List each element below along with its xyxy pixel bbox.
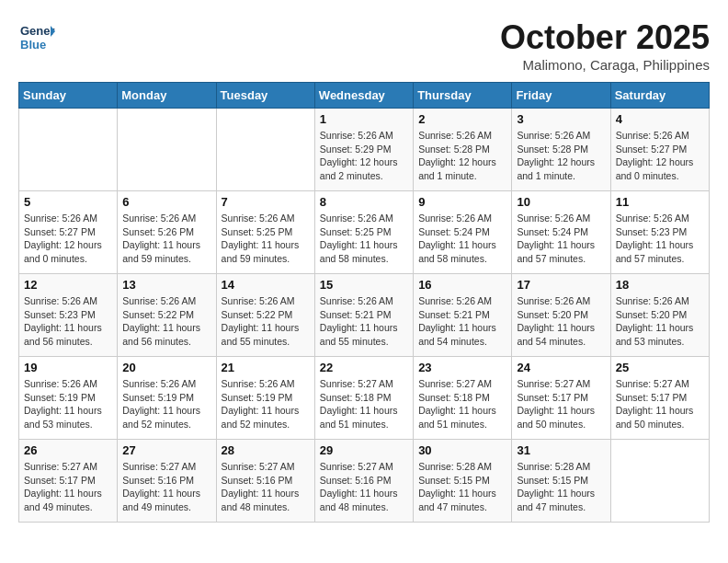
calendar-day-cell bbox=[118, 109, 216, 191]
day-info: Sunrise: 5:26 AM Sunset: 5:28 PM Dayligh… bbox=[517, 129, 605, 183]
calendar-day-cell: 5Sunrise: 5:26 AM Sunset: 5:27 PM Daylig… bbox=[19, 191, 118, 274]
day-number: 12 bbox=[24, 278, 112, 292]
calendar-day-cell: 25Sunrise: 5:27 AM Sunset: 5:17 PM Dayli… bbox=[610, 357, 709, 440]
day-info: Sunrise: 5:26 AM Sunset: 5:19 PM Dayligh… bbox=[222, 377, 310, 431]
calendar-week-row: 5Sunrise: 5:26 AM Sunset: 5:27 PM Daylig… bbox=[19, 191, 710, 274]
title-block: October 2025 Malimono, Caraga, Philippin… bbox=[500, 18, 710, 73]
day-number: 2 bbox=[418, 112, 506, 126]
svg-text:Blue: Blue bbox=[20, 38, 46, 52]
calendar-day-cell: 28Sunrise: 5:27 AM Sunset: 5:16 PM Dayli… bbox=[216, 440, 314, 523]
calendar-day-cell: 19Sunrise: 5:26 AM Sunset: 5:19 PM Dayli… bbox=[19, 357, 118, 440]
month-title: October 2025 bbox=[500, 18, 710, 57]
calendar-day-cell bbox=[610, 440, 709, 523]
day-info: Sunrise: 5:26 AM Sunset: 5:19 PM Dayligh… bbox=[122, 377, 210, 431]
day-number: 6 bbox=[122, 195, 210, 209]
calendar-day-cell: 12Sunrise: 5:26 AM Sunset: 5:23 PM Dayli… bbox=[19, 274, 118, 357]
day-number: 7 bbox=[222, 195, 310, 209]
calendar-day-cell: 24Sunrise: 5:27 AM Sunset: 5:17 PM Dayli… bbox=[512, 357, 610, 440]
calendar-week-row: 12Sunrise: 5:26 AM Sunset: 5:23 PM Dayli… bbox=[19, 274, 710, 357]
day-number: 3 bbox=[517, 112, 605, 126]
day-number: 31 bbox=[517, 443, 605, 457]
calendar-day-cell: 15Sunrise: 5:26 AM Sunset: 5:21 PM Dayli… bbox=[314, 274, 413, 357]
day-info: Sunrise: 5:28 AM Sunset: 5:15 PM Dayligh… bbox=[418, 460, 506, 514]
day-info: Sunrise: 5:26 AM Sunset: 5:26 PM Dayligh… bbox=[122, 212, 210, 266]
calendar-day-cell: 11Sunrise: 5:26 AM Sunset: 5:23 PM Dayli… bbox=[610, 191, 709, 274]
calendar-day-header: Sunday bbox=[19, 83, 118, 109]
day-number: 25 bbox=[616, 361, 704, 374]
calendar-day-cell: 26Sunrise: 5:27 AM Sunset: 5:17 PM Dayli… bbox=[19, 440, 118, 523]
day-number: 22 bbox=[320, 361, 408, 374]
day-info: Sunrise: 5:26 AM Sunset: 5:28 PM Dayligh… bbox=[418, 129, 506, 183]
calendar-day-cell: 14Sunrise: 5:26 AM Sunset: 5:22 PM Dayli… bbox=[216, 274, 314, 357]
day-info: Sunrise: 5:27 AM Sunset: 5:17 PM Dayligh… bbox=[517, 377, 605, 431]
day-number: 15 bbox=[320, 278, 408, 292]
calendar-day-cell: 13Sunrise: 5:26 AM Sunset: 5:22 PM Dayli… bbox=[118, 274, 216, 357]
day-info: Sunrise: 5:26 AM Sunset: 5:23 PM Dayligh… bbox=[24, 294, 112, 349]
day-number: 5 bbox=[24, 195, 112, 209]
day-info: Sunrise: 5:27 AM Sunset: 5:18 PM Dayligh… bbox=[320, 377, 408, 431]
day-number: 29 bbox=[320, 443, 408, 457]
day-info: Sunrise: 5:26 AM Sunset: 5:22 PM Dayligh… bbox=[122, 294, 210, 349]
calendar-day-header: Wednesday bbox=[314, 83, 413, 109]
day-number: 30 bbox=[418, 443, 506, 457]
calendar-day-header: Thursday bbox=[414, 83, 512, 109]
day-number: 23 bbox=[418, 361, 506, 374]
day-info: Sunrise: 5:26 AM Sunset: 5:20 PM Dayligh… bbox=[616, 294, 704, 349]
calendar-day-cell: 10Sunrise: 5:26 AM Sunset: 5:24 PM Dayli… bbox=[512, 191, 610, 274]
day-info: Sunrise: 5:26 AM Sunset: 5:25 PM Dayligh… bbox=[222, 212, 310, 266]
day-info: Sunrise: 5:28 AM Sunset: 5:15 PM Dayligh… bbox=[517, 460, 605, 514]
day-number: 19 bbox=[24, 361, 112, 374]
day-info: Sunrise: 5:26 AM Sunset: 5:24 PM Dayligh… bbox=[418, 212, 506, 266]
calendar-header: SundayMondayTuesdayWednesdayThursdayFrid… bbox=[19, 83, 710, 109]
calendar-day-cell: 27Sunrise: 5:27 AM Sunset: 5:16 PM Dayli… bbox=[118, 440, 216, 523]
day-info: Sunrise: 5:26 AM Sunset: 5:21 PM Dayligh… bbox=[418, 294, 506, 349]
logo: General Blue bbox=[18, 18, 55, 55]
day-info: Sunrise: 5:26 AM Sunset: 5:27 PM Dayligh… bbox=[24, 212, 112, 266]
day-info: Sunrise: 5:26 AM Sunset: 5:22 PM Dayligh… bbox=[222, 294, 310, 349]
calendar-day-cell: 1Sunrise: 5:26 AM Sunset: 5:29 PM Daylig… bbox=[314, 109, 413, 191]
day-info: Sunrise: 5:26 AM Sunset: 5:24 PM Dayligh… bbox=[517, 212, 605, 266]
day-number: 27 bbox=[122, 443, 210, 457]
day-info: Sunrise: 5:26 AM Sunset: 5:21 PM Dayligh… bbox=[320, 294, 408, 349]
day-info: Sunrise: 5:27 AM Sunset: 5:16 PM Dayligh… bbox=[122, 460, 210, 514]
calendar-day-cell: 23Sunrise: 5:27 AM Sunset: 5:18 PM Dayli… bbox=[414, 357, 512, 440]
day-info: Sunrise: 5:26 AM Sunset: 5:29 PM Dayligh… bbox=[320, 129, 408, 183]
calendar-week-row: 26Sunrise: 5:27 AM Sunset: 5:17 PM Dayli… bbox=[19, 440, 710, 523]
calendar-day-header: Saturday bbox=[610, 83, 709, 109]
day-info: Sunrise: 5:27 AM Sunset: 5:17 PM Dayligh… bbox=[24, 460, 112, 514]
calendar-day-cell: 4Sunrise: 5:26 AM Sunset: 5:27 PM Daylig… bbox=[610, 109, 709, 191]
calendar-week-row: 19Sunrise: 5:26 AM Sunset: 5:19 PM Dayli… bbox=[19, 357, 710, 440]
calendar-day-cell: 17Sunrise: 5:26 AM Sunset: 5:20 PM Dayli… bbox=[512, 274, 610, 357]
calendar-day-cell: 22Sunrise: 5:27 AM Sunset: 5:18 PM Dayli… bbox=[314, 357, 413, 440]
calendar-day-cell: 9Sunrise: 5:26 AM Sunset: 5:24 PM Daylig… bbox=[414, 191, 512, 274]
calendar-day-cell: 8Sunrise: 5:26 AM Sunset: 5:25 PM Daylig… bbox=[314, 191, 413, 274]
day-number: 21 bbox=[222, 361, 310, 374]
day-info: Sunrise: 5:26 AM Sunset: 5:25 PM Dayligh… bbox=[320, 212, 408, 266]
calendar-day-cell: 21Sunrise: 5:26 AM Sunset: 5:19 PM Dayli… bbox=[216, 357, 314, 440]
calendar-day-cell: 2Sunrise: 5:26 AM Sunset: 5:28 PM Daylig… bbox=[414, 109, 512, 191]
day-info: Sunrise: 5:27 AM Sunset: 5:16 PM Dayligh… bbox=[222, 460, 310, 514]
day-number: 20 bbox=[122, 361, 210, 374]
calendar-table: SundayMondayTuesdayWednesdayThursdayFrid… bbox=[18, 82, 710, 523]
calendar-day-cell: 30Sunrise: 5:28 AM Sunset: 5:15 PM Dayli… bbox=[414, 440, 512, 523]
calendar-day-header: Tuesday bbox=[216, 83, 314, 109]
day-number: 1 bbox=[320, 112, 408, 126]
calendar-day-cell: 18Sunrise: 5:26 AM Sunset: 5:20 PM Dayli… bbox=[610, 274, 709, 357]
day-number: 24 bbox=[517, 361, 605, 374]
day-number: 26 bbox=[24, 443, 112, 457]
day-number: 11 bbox=[616, 195, 704, 209]
day-number: 16 bbox=[418, 278, 506, 292]
day-number: 8 bbox=[320, 195, 408, 209]
calendar-day-cell bbox=[216, 109, 314, 191]
day-number: 17 bbox=[517, 278, 605, 292]
day-number: 28 bbox=[222, 443, 310, 457]
day-number: 13 bbox=[122, 278, 210, 292]
day-info: Sunrise: 5:26 AM Sunset: 5:27 PM Dayligh… bbox=[616, 129, 704, 183]
calendar-day-cell bbox=[19, 109, 118, 191]
day-info: Sunrise: 5:27 AM Sunset: 5:18 PM Dayligh… bbox=[418, 377, 506, 431]
day-info: Sunrise: 5:26 AM Sunset: 5:23 PM Dayligh… bbox=[616, 212, 704, 266]
calendar-day-cell: 7Sunrise: 5:26 AM Sunset: 5:25 PM Daylig… bbox=[216, 191, 314, 274]
calendar-day-cell: 16Sunrise: 5:26 AM Sunset: 5:21 PM Dayli… bbox=[414, 274, 512, 357]
calendar-day-cell: 6Sunrise: 5:26 AM Sunset: 5:26 PM Daylig… bbox=[118, 191, 216, 274]
calendar-day-cell: 3Sunrise: 5:26 AM Sunset: 5:28 PM Daylig… bbox=[512, 109, 610, 191]
